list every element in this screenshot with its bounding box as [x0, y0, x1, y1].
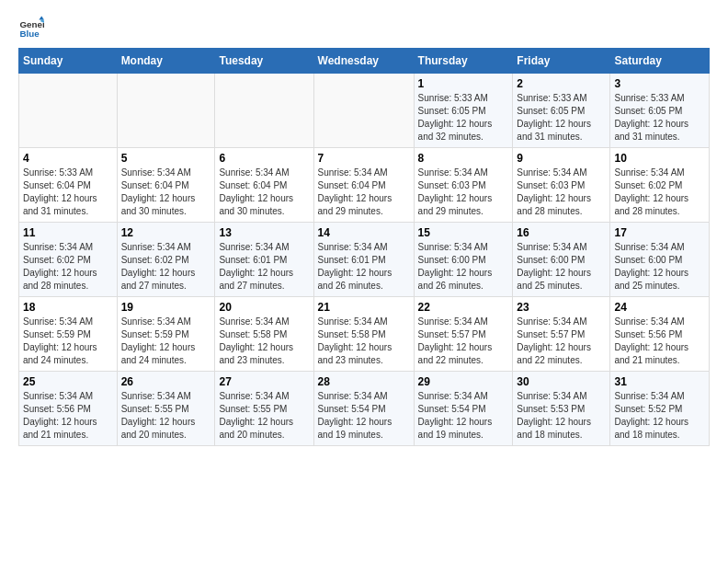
- day-detail: Sunrise: 5:34 AM Sunset: 5:57 PM Dayligh…: [517, 316, 606, 367]
- day-header-saturday: Saturday: [610, 49, 710, 74]
- day-number: 25: [23, 375, 113, 388]
- logo-icon: General Blue: [18, 15, 44, 40]
- day-number: 22: [418, 301, 509, 314]
- day-number: 12: [121, 226, 211, 239]
- day-detail: Sunrise: 5:34 AM Sunset: 6:02 PM Dayligh…: [121, 241, 211, 293]
- day-number: 5: [121, 152, 211, 165]
- day-detail: Sunrise: 5:34 AM Sunset: 5:54 PM Dayligh…: [318, 390, 410, 442]
- day-detail: Sunrise: 5:33 AM Sunset: 6:05 PM Dayligh…: [614, 92, 705, 144]
- calendar-cell: 20Sunrise: 5:34 AM Sunset: 5:58 PM Dayli…: [215, 297, 313, 372]
- day-detail: Sunrise: 5:34 AM Sunset: 6:02 PM Dayligh…: [23, 241, 113, 293]
- day-detail: Sunrise: 5:34 AM Sunset: 5:52 PM Dayligh…: [614, 390, 705, 442]
- calendar-cell: 6Sunrise: 5:34 AM Sunset: 6:04 PM Daylig…: [215, 148, 313, 223]
- day-number: 1: [418, 77, 509, 90]
- day-detail: Sunrise: 5:34 AM Sunset: 6:03 PM Dayligh…: [418, 167, 509, 218]
- day-number: 14: [318, 226, 410, 239]
- day-header-friday: Friday: [513, 49, 610, 74]
- day-detail: Sunrise: 5:34 AM Sunset: 6:02 PM Dayligh…: [614, 167, 705, 218]
- week-row-4: 18Sunrise: 5:34 AM Sunset: 5:59 PM Dayli…: [19, 297, 710, 372]
- calendar-cell: 24Sunrise: 5:34 AM Sunset: 5:56 PM Dayli…: [610, 297, 710, 372]
- day-number: 18: [23, 301, 113, 314]
- day-number: 23: [517, 301, 606, 314]
- day-detail: Sunrise: 5:34 AM Sunset: 5:59 PM Dayligh…: [121, 316, 211, 367]
- day-number: 7: [318, 152, 410, 165]
- calendar-cell: 3Sunrise: 5:33 AM Sunset: 6:05 PM Daylig…: [610, 74, 710, 148]
- calendar-cell: 12Sunrise: 5:34 AM Sunset: 6:02 PM Dayli…: [117, 223, 215, 297]
- day-number: 2: [517, 77, 606, 90]
- svg-text:Blue: Blue: [19, 29, 40, 39]
- calendar-cell: 8Sunrise: 5:34 AM Sunset: 6:03 PM Daylig…: [414, 148, 513, 223]
- calendar-cell: 4Sunrise: 5:33 AM Sunset: 6:04 PM Daylig…: [19, 148, 118, 223]
- calendar-cell: 17Sunrise: 5:34 AM Sunset: 6:00 PM Dayli…: [610, 223, 710, 297]
- calendar-cell: 31Sunrise: 5:34 AM Sunset: 5:52 PM Dayli…: [610, 372, 710, 446]
- day-detail: Sunrise: 5:34 AM Sunset: 5:53 PM Dayligh…: [517, 390, 606, 442]
- day-number: 8: [418, 152, 509, 165]
- calendar-cell: 10Sunrise: 5:34 AM Sunset: 6:02 PM Dayli…: [610, 148, 710, 223]
- day-number: 30: [517, 375, 606, 388]
- calendar-header-row: SundayMondayTuesdayWednesdayThursdayFrid…: [19, 49, 710, 74]
- day-detail: Sunrise: 5:34 AM Sunset: 5:55 PM Dayligh…: [219, 390, 309, 442]
- calendar-cell: 23Sunrise: 5:34 AM Sunset: 5:57 PM Dayli…: [513, 297, 610, 372]
- calendar-cell: [215, 74, 313, 148]
- day-detail: Sunrise: 5:34 AM Sunset: 5:58 PM Dayligh…: [318, 316, 410, 367]
- week-row-2: 4Sunrise: 5:33 AM Sunset: 6:04 PM Daylig…: [19, 148, 710, 223]
- day-detail: Sunrise: 5:34 AM Sunset: 6:04 PM Dayligh…: [219, 167, 309, 218]
- day-number: 11: [23, 226, 113, 239]
- day-header-thursday: Thursday: [414, 49, 513, 74]
- day-detail: Sunrise: 5:34 AM Sunset: 5:57 PM Dayligh…: [418, 316, 509, 367]
- week-row-3: 11Sunrise: 5:34 AM Sunset: 6:02 PM Dayli…: [19, 223, 710, 297]
- calendar-cell: 28Sunrise: 5:34 AM Sunset: 5:54 PM Dayli…: [313, 372, 414, 446]
- calendar-cell: 15Sunrise: 5:34 AM Sunset: 6:00 PM Dayli…: [414, 223, 513, 297]
- calendar-cell: [117, 74, 215, 148]
- svg-marker-2: [39, 16, 44, 19]
- calendar-cell: 27Sunrise: 5:34 AM Sunset: 5:55 PM Dayli…: [215, 372, 313, 446]
- calendar-cell: 9Sunrise: 5:34 AM Sunset: 6:03 PM Daylig…: [513, 148, 610, 223]
- day-header-wednesday: Wednesday: [313, 49, 414, 74]
- day-number: 13: [219, 226, 309, 239]
- calendar-cell: 13Sunrise: 5:34 AM Sunset: 6:01 PM Dayli…: [215, 223, 313, 297]
- day-detail: Sunrise: 5:34 AM Sunset: 5:54 PM Dayligh…: [418, 390, 509, 442]
- calendar-cell: [19, 74, 118, 148]
- calendar-cell: 26Sunrise: 5:34 AM Sunset: 5:55 PM Dayli…: [117, 372, 215, 446]
- calendar-cell: 16Sunrise: 5:34 AM Sunset: 6:00 PM Dayli…: [513, 223, 610, 297]
- day-detail: Sunrise: 5:33 AM Sunset: 6:05 PM Dayligh…: [418, 92, 509, 144]
- day-number: 21: [318, 301, 410, 314]
- day-number: 16: [517, 226, 606, 239]
- calendar-cell: 5Sunrise: 5:34 AM Sunset: 6:04 PM Daylig…: [117, 148, 215, 223]
- day-detail: Sunrise: 5:34 AM Sunset: 6:00 PM Dayligh…: [418, 241, 509, 293]
- day-detail: Sunrise: 5:34 AM Sunset: 6:03 PM Dayligh…: [517, 167, 606, 218]
- day-header-tuesday: Tuesday: [215, 49, 313, 74]
- calendar-table: SundayMondayTuesdayWednesdayThursdayFrid…: [18, 48, 710, 446]
- day-number: 6: [219, 152, 309, 165]
- day-detail: Sunrise: 5:34 AM Sunset: 5:56 PM Dayligh…: [614, 316, 705, 367]
- day-number: 10: [614, 152, 705, 165]
- calendar-cell: 14Sunrise: 5:34 AM Sunset: 6:01 PM Dayli…: [313, 223, 414, 297]
- day-detail: Sunrise: 5:34 AM Sunset: 5:55 PM Dayligh…: [121, 390, 211, 442]
- day-detail: Sunrise: 5:34 AM Sunset: 6:04 PM Dayligh…: [318, 167, 410, 218]
- calendar-cell: 21Sunrise: 5:34 AM Sunset: 5:58 PM Dayli…: [313, 297, 414, 372]
- day-number: 24: [614, 301, 705, 314]
- day-number: 9: [517, 152, 606, 165]
- day-number: 27: [219, 375, 309, 388]
- day-number: 19: [121, 301, 211, 314]
- calendar-cell: 22Sunrise: 5:34 AM Sunset: 5:57 PM Dayli…: [414, 297, 513, 372]
- calendar-cell: 7Sunrise: 5:34 AM Sunset: 6:04 PM Daylig…: [313, 148, 414, 223]
- day-detail: Sunrise: 5:34 AM Sunset: 6:00 PM Dayligh…: [517, 241, 606, 293]
- day-detail: Sunrise: 5:34 AM Sunset: 6:04 PM Dayligh…: [121, 167, 211, 218]
- day-header-sunday: Sunday: [19, 49, 118, 74]
- calendar-cell: 11Sunrise: 5:34 AM Sunset: 6:02 PM Dayli…: [19, 223, 118, 297]
- day-number: 28: [318, 375, 410, 388]
- day-number: 3: [614, 77, 705, 90]
- day-detail: Sunrise: 5:34 AM Sunset: 6:01 PM Dayligh…: [219, 241, 309, 293]
- calendar-cell: 1Sunrise: 5:33 AM Sunset: 6:05 PM Daylig…: [414, 74, 513, 148]
- day-detail: Sunrise: 5:34 AM Sunset: 5:59 PM Dayligh…: [23, 316, 113, 367]
- day-number: 26: [121, 375, 211, 388]
- day-detail: Sunrise: 5:34 AM Sunset: 5:56 PM Dayligh…: [23, 390, 113, 442]
- week-row-5: 25Sunrise: 5:34 AM Sunset: 5:56 PM Dayli…: [19, 372, 710, 446]
- day-number: 29: [418, 375, 509, 388]
- calendar-cell: 19Sunrise: 5:34 AM Sunset: 5:59 PM Dayli…: [117, 297, 215, 372]
- calendar-cell: 25Sunrise: 5:34 AM Sunset: 5:56 PM Dayli…: [19, 372, 118, 446]
- day-number: 20: [219, 301, 309, 314]
- calendar-cell: 2Sunrise: 5:33 AM Sunset: 6:05 PM Daylig…: [513, 74, 610, 148]
- logo: General Blue: [18, 15, 48, 40]
